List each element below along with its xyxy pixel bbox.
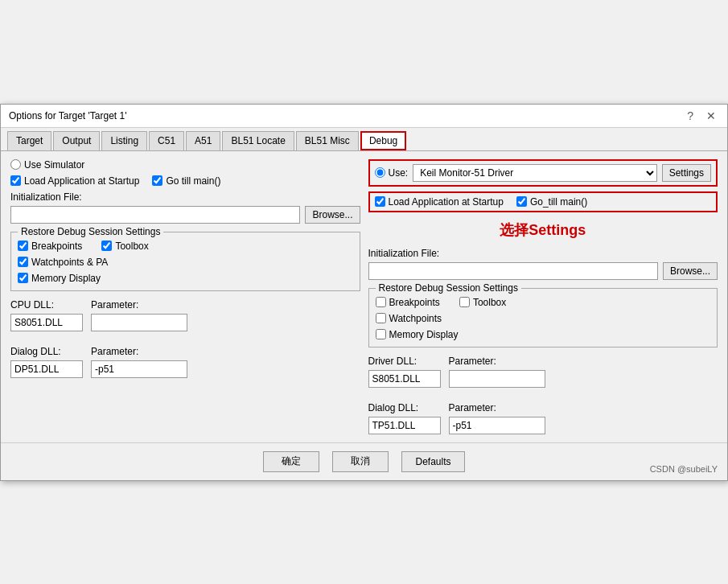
settings-button[interactable]: Settings [662,164,711,182]
left-dialog-dll-row: Dialog DLL: Parameter: [10,346,360,378]
bottom-wrapper: 确定 取消 Defaults CSDN @subeiLY [1,442,727,480]
left-cpu-param-label: Parameter: [91,299,187,311]
left-init-file-row: Browse... [10,206,360,224]
right-go-main-label[interactable]: Go_till main() [516,196,587,208]
right-load-startup-label[interactable]: Load Application at Startup [375,196,504,208]
left-breakpoints-label[interactable]: Breakpoints [18,241,82,252]
right-restore-title: Restore Debug Session Settings [376,282,521,294]
right-breakpoints-check[interactable] [376,297,386,307]
right-driver-param-label: Parameter: [449,356,545,367]
annotation-text: 选择Settings [368,220,718,240]
right-init-file-row: Browse... [368,262,718,280]
use-simulator-row: Use Simulator [10,159,360,171]
right-go-main-check[interactable] [516,196,527,207]
right-dialog-dll-field: Dialog DLL: [368,402,441,434]
right-driver-dll-input[interactable] [368,370,441,388]
right-driver-dropdown[interactable]: Keil Monitor-51 Driver [413,164,656,182]
right-dll-section: Driver DLL: Parameter: Dialog DLL: [368,356,718,434]
main-content: Use Simulator Load Application at Startu… [1,151,727,442]
left-check-row-1: Breakpoints Toolbox [18,241,353,252]
left-cpu-dll-input[interactable] [10,314,83,331]
two-column-layout: Use Simulator Load Application at Startu… [10,159,718,434]
left-load-row: Load Application at Startup Go till main… [10,175,360,187]
right-driver-dll-field: Driver DLL: [368,356,441,388]
right-column: Use: Keil Monitor-51 Driver Settings Loa… [368,159,718,434]
right-memory-display-label[interactable]: Memory Display [376,329,459,340]
right-use-radio[interactable] [375,167,385,178]
tab-target[interactable]: Target [7,131,51,150]
left-cpu-dll-field: CPU DLL: [10,299,83,331]
right-use-row: Use: Keil Monitor-51 Driver Settings [368,159,718,187]
left-toolbox-label[interactable]: Toolbox [101,241,148,252]
use-simulator-radio[interactable] [10,159,21,170]
right-check-row-3: Memory Display [376,329,711,340]
left-toolbox-check[interactable] [101,241,112,251]
right-init-file-input[interactable] [368,262,658,280]
left-go-main-check[interactable] [152,175,162,186]
close-button[interactable]: ✕ [703,109,719,122]
left-watchpoints-label[interactable]: Watchpoints & PA [18,257,108,268]
left-column: Use Simulator Load Application at Startu… [10,159,360,434]
right-dialog-param-label: Parameter: [449,402,545,413]
left-restore-content: Breakpoints Toolbox Watchpoints & PA [18,241,353,284]
left-init-file-label: Initialization File: [10,191,360,203]
left-memory-display-label[interactable]: Memory Display [18,273,101,284]
tab-bar: Target Output Listing C51 A51 BL51 Locat… [1,128,727,151]
right-driver-dll-row: Driver DLL: Parameter: [368,356,718,388]
left-init-file-input[interactable] [10,206,300,224]
defaults-button[interactable]: Defaults [401,451,464,472]
left-cpu-dll-label: CPU DLL: [10,299,83,311]
tab-output[interactable]: Output [53,131,100,150]
tab-a51[interactable]: A51 [186,131,220,150]
left-go-main-label[interactable]: Go till main() [152,175,220,187]
right-init-file-group: Initialization File: Browse... [368,248,718,280]
left-restore-group: Restore Debug Session Settings Breakpoin… [10,232,360,291]
right-load-row: Load Application at Startup Go_till main… [368,191,718,212]
tab-bl51-locate[interactable]: BL51 Locate [222,131,294,150]
right-dialog-dll-row: Dialog DLL: Parameter: [368,402,718,434]
right-watchpoints-label[interactable]: Watchpoints [376,313,442,324]
left-check-row-2: Watchpoints & PA [18,257,353,268]
left-browse-button[interactable]: Browse... [305,206,360,224]
left-dialog-param-input[interactable] [91,360,187,378]
left-memory-display-check[interactable] [18,273,28,283]
right-driver-param-field: Parameter: [449,356,545,388]
left-dialog-dll-label: Dialog DLL: [10,346,83,357]
cancel-button[interactable]: 取消 [332,451,389,472]
left-dialog-dll-input[interactable] [10,360,83,378]
right-dialog-dll-input[interactable] [368,417,441,434]
tab-listing[interactable]: Listing [101,131,147,150]
tab-c51[interactable]: C51 [149,131,184,150]
right-restore-content: Breakpoints Toolbox Watchpoints [376,297,711,340]
tab-bl51-misc[interactable]: BL51 Misc [296,131,359,150]
right-driver-param-input[interactable] [449,370,545,388]
right-dialog-param-input[interactable] [449,417,545,434]
right-toolbox-label[interactable]: Toolbox [459,297,506,308]
left-dll-section: CPU DLL: Parameter: Dialog DLL: [10,299,360,378]
left-check-row-3: Memory Display [18,273,353,284]
main-window: Options for Target 'Target 1' ? ✕ Target… [0,104,728,481]
right-toolbox-check[interactable] [459,297,470,307]
right-watchpoints-check[interactable] [376,313,386,323]
ok-button[interactable]: 确定 [263,451,319,472]
left-load-startup-label[interactable]: Load Application at Startup [10,175,139,187]
right-load-startup-check[interactable] [375,196,385,207]
right-browse-button[interactable]: Browse... [663,262,718,280]
left-breakpoints-check[interactable] [18,241,28,251]
watermark-text: CSDN @subeiLY [650,464,718,474]
right-breakpoints-label[interactable]: Breakpoints [376,297,440,308]
right-driver-dll-label: Driver DLL: [368,356,441,367]
right-check-row-2: Watchpoints [376,313,711,324]
help-button[interactable]: ? [684,109,697,122]
left-cpu-param-input[interactable] [91,314,187,331]
right-use-radio-label[interactable]: Use: [375,167,409,179]
left-load-startup-check[interactable] [10,175,21,186]
left-cpu-dll-row: CPU DLL: Parameter: [10,299,360,331]
right-memory-display-check[interactable] [376,329,386,339]
left-dialog-dll-field: Dialog DLL: [10,346,83,378]
right-dialog-dll-label: Dialog DLL: [368,402,441,413]
tab-debug[interactable]: Debug [360,131,406,150]
left-watchpoints-check[interactable] [18,257,28,267]
use-simulator-label[interactable]: Use Simulator [10,159,84,171]
title-controls: ? ✕ [684,109,719,122]
